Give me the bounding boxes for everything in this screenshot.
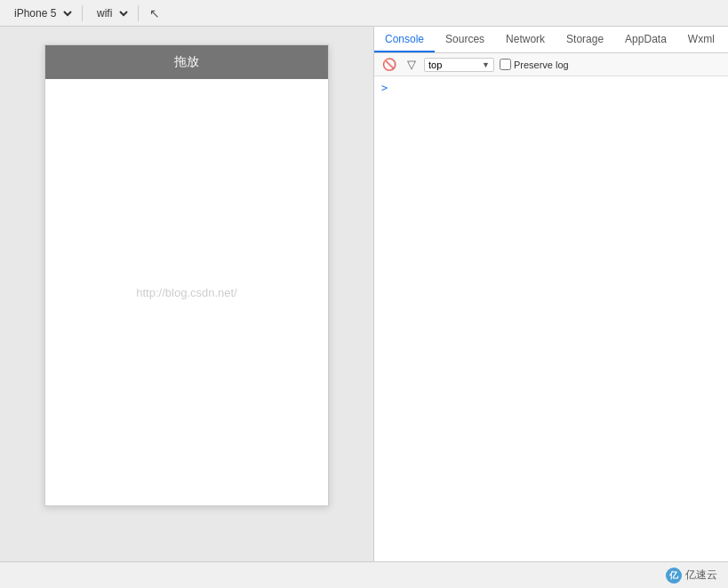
brand-icon: 亿 [666, 568, 682, 584]
phone-header-text: 拖放 [174, 54, 199, 68]
tab-wxml[interactable]: Wxml [677, 28, 725, 52]
preserve-log-label[interactable]: Preserve log [500, 59, 569, 70]
network-selector: wifi [90, 4, 131, 22]
console-content: > [374, 76, 728, 561]
phone-body: http://blog.csdn.net/ [45, 79, 328, 505]
block-icon: 🚫 [382, 58, 396, 71]
main-content: 拖放 http://blog.csdn.net/ Console Sources… [0, 27, 728, 561]
tab-console[interactable]: Console [374, 28, 435, 52]
device-selector: iPhone 5 [7, 4, 75, 22]
brand-logo: 亿 亿速云 [666, 568, 717, 584]
tab-network[interactable]: Network [495, 28, 556, 52]
filter-icon-btn[interactable]: ▽ [404, 57, 419, 72]
watermark-text: http://blog.csdn.net/ [136, 286, 236, 299]
network-dropdown[interactable]: wifi [90, 4, 131, 22]
devtools-console-toolbar: 🚫 ▽ ▼ Preserve log [374, 53, 728, 76]
phone-frame: 拖放 http://blog.csdn.net/ [44, 44, 329, 506]
devtools-tabs: Console Sources Network Storage AppData … [374, 27, 728, 53]
block-requests-button[interactable]: 🚫 [380, 57, 399, 72]
brand-text: 亿速云 [685, 568, 717, 583]
tab-sources[interactable]: Sources [435, 28, 495, 52]
toolbar-divider [82, 5, 83, 21]
tab-storage[interactable]: Storage [556, 28, 614, 52]
preserve-log-text: Preserve log [514, 60, 569, 70]
devtools-panel: Console Sources Network Storage AppData … [373, 27, 728, 561]
filter-dropdown-icon: ▼ [482, 60, 490, 69]
top-toolbar: iPhone 5 wifi ↖ [0, 0, 728, 27]
cursor-icon-btn[interactable]: ↖ [146, 4, 164, 22]
bottom-bar: 亿 亿速云 [0, 561, 728, 588]
console-chevron: > [381, 82, 721, 94]
filter-input-wrapper: ▼ [424, 58, 494, 72]
toolbar-divider-2 [138, 5, 139, 21]
filter-icon: ▽ [407, 58, 416, 71]
device-panel: 拖放 http://blog.csdn.net/ [0, 27, 373, 561]
device-dropdown[interactable]: iPhone 5 [7, 4, 75, 22]
tab-appdata[interactable]: AppData [614, 28, 677, 52]
filter-input[interactable] [428, 60, 482, 70]
preserve-log-checkbox[interactable] [500, 59, 511, 70]
phone-header: 拖放 [45, 45, 328, 79]
